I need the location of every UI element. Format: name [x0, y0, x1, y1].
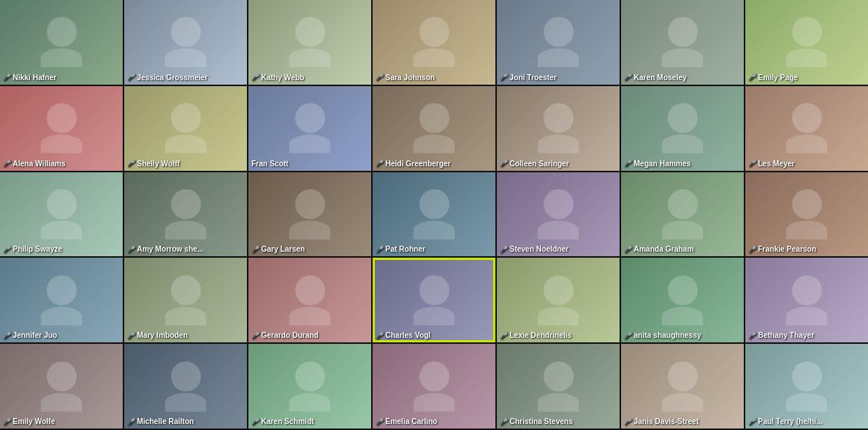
muted-icon: 🎤 [3, 160, 10, 167]
participant-label: 🎤 Emily Page [748, 73, 798, 82]
participant-label: 🎤 Les Meyer [748, 160, 795, 168]
tile-amy-morrow[interactable]: 🎤 Amy Morrow she... [124, 172, 247, 257]
participant-label: 🎤 Joni Troester [500, 73, 557, 82]
participant-label: 🎤 Colleen Saringer [500, 160, 569, 168]
participant-label: 🎤 Gerardo Durand [251, 331, 319, 339]
tile-amanda-graham[interactable]: 🎤 Amanda Graham [621, 172, 744, 257]
muted-icon: 🎤 [624, 332, 632, 339]
muted-icon: 🎤 [376, 73, 383, 81]
muted-icon: 🎤 [500, 332, 507, 339]
muted-icon: 🎤 [376, 246, 383, 253]
tile-charles-vogl[interactable]: 🎤 Charles Vogl [373, 258, 495, 342]
tile-alena-williams[interactable]: 🎤 Alena Williams [0, 86, 123, 171]
tile-bethany-thayer[interactable]: 🎤 Bethany Thayer [745, 258, 868, 342]
muted-icon: 🎤 [3, 332, 10, 339]
tile-steven-noeldner[interactable]: 🎤 Steven Noeldner [497, 172, 620, 257]
muted-icon: 🎤 [748, 73, 756, 81]
participant-label: 🎤 Christina Stevens [500, 417, 572, 426]
muted-icon: 🎤 [500, 418, 507, 426]
muted-icon: 🎤 [251, 73, 259, 81]
participant-label: 🎤 Jennifer Juo [3, 331, 57, 339]
participant-label: 🎤 Heidi Greenberger [376, 160, 450, 168]
muted-icon: 🎤 [624, 160, 632, 167]
participant-label: 🎤 Paul Terry (he/hi... [748, 417, 822, 426]
tile-colleen-saringer[interactable]: 🎤 Colleen Saringer [497, 86, 620, 171]
tile-heidi-greenberger[interactable]: 🎤 Heidi Greenberger [373, 86, 495, 171]
participant-label: 🎤 Karen Moseley [624, 73, 687, 82]
participant-label: 🎤 Emelia Carlino [376, 417, 437, 426]
participant-label: 🎤 Amy Morrow she... [127, 245, 204, 253]
muted-icon: 🎤 [127, 332, 135, 339]
participant-label: 🎤 Frankie Pearson [748, 245, 816, 253]
tile-karen-schmidt[interactable]: 🎤 Karen Schmidt [248, 344, 371, 429]
muted-icon: 🎤 [127, 160, 135, 167]
participant-label: 🎤 Pat Rohner [376, 245, 425, 253]
muted-icon: 🎤 [500, 246, 507, 253]
tile-lexie-dendrinelis[interactable]: 🎤 Lexie Dendrinelis [497, 258, 620, 342]
tile-philip-swayze[interactable]: 🎤 Philip Swayze [0, 172, 123, 257]
tile-sara-johnson[interactable]: 🎤 Sara Johnson [373, 0, 495, 85]
tile-les-meyer[interactable]: 🎤 Les Meyer [745, 86, 868, 171]
participant-label: 🎤 Emily Wolfe [3, 417, 55, 426]
participant-label: 🎤 Philip Swayze [3, 245, 62, 253]
tile-gary-larsen[interactable]: 🎤 Gary Larsen [248, 172, 371, 257]
tile-emelia-carlino[interactable]: 🎤 Emelia Carlino [373, 344, 495, 429]
participant-label: 🎤 Jessica Grossmeier [127, 73, 208, 82]
participant-label: 🎤 Bethany Thayer [748, 331, 814, 339]
muted-icon: 🎤 [500, 73, 507, 81]
tile-emily-wolfe[interactable]: 🎤 Emily Wolfe [0, 344, 123, 429]
muted-icon: 🎤 [748, 160, 756, 167]
tile-jennifer-juo[interactable]: 🎤 Jennifer Juo [0, 258, 123, 342]
muted-icon: 🎤 [251, 418, 259, 426]
video-grid: 🎤 Nikki Hafner 🎤 Jessica Grossmeier 🎤 Ka… [0, 0, 868, 430]
muted-icon: 🎤 [748, 418, 756, 426]
tile-gerardo-durand[interactable]: 🎤 Gerardo Durand [248, 258, 371, 342]
tile-jessica-grossmeier[interactable]: 🎤 Jessica Grossmeier [124, 0, 247, 85]
tile-christina-stevens[interactable]: 🎤 Christina Stevens [497, 344, 620, 429]
participant-label: 🎤 Kathy Webb [251, 73, 305, 82]
muted-icon: 🎤 [624, 246, 632, 253]
muted-icon: 🎤 [3, 73, 10, 81]
participant-label: 🎤 Steven Noeldner [500, 245, 569, 253]
tile-mary-imboden[interactable]: 🎤 Mary Imboden [124, 258, 247, 342]
muted-icon: 🎤 [127, 418, 135, 426]
muted-icon: 🎤 [624, 73, 632, 81]
tile-pat-rohner[interactable]: 🎤 Pat Rohner [373, 172, 495, 257]
tile-nikki-hafner[interactable]: 🎤 Nikki Hafner [0, 0, 123, 85]
muted-icon: 🎤 [3, 418, 10, 426]
tile-frankie-pearson[interactable]: 🎤 Frankie Pearson [745, 172, 868, 257]
participant-label: Fran Scott [251, 160, 288, 168]
muted-icon: 🎤 [127, 73, 135, 81]
participant-label: 🎤 Sara Johnson [376, 73, 435, 82]
muted-icon: 🎤 [251, 332, 259, 339]
participant-label: 🎤 Karen Schmidt [251, 417, 314, 426]
participant-label: 🎤 Nikki Hafner [3, 73, 56, 82]
participant-label: 🎤 Shelly Wolff [127, 160, 180, 168]
muted-icon: 🎤 [376, 332, 383, 339]
tile-kathy-webb[interactable]: 🎤 Kathy Webb [248, 0, 371, 85]
tile-fran-scott[interactable]: Fran Scott [248, 86, 371, 171]
tile-paul-terry[interactable]: 🎤 Paul Terry (he/hi... [745, 344, 868, 429]
tile-michelle-railton[interactable]: 🎤 Michelle Railton [124, 344, 247, 429]
participant-label: 🎤 Megan Hammes [624, 160, 691, 168]
participant-label: 🎤 Charles Vogl [376, 331, 430, 339]
participant-label: 🎤 Janis Davis-Street [624, 417, 699, 426]
tile-janis-davis-street[interactable]: 🎤 Janis Davis-Street [621, 344, 744, 429]
participant-label: 🎤 Mary Imboden [127, 331, 188, 339]
muted-icon: 🎤 [748, 246, 756, 253]
tile-megan-hammes[interactable]: 🎤 Megan Hammes [621, 86, 744, 171]
tile-shelly-wolff[interactable]: 🎤 Shelly Wolff [124, 86, 247, 171]
muted-icon: 🎤 [127, 246, 135, 253]
tile-anita-shaughnessy[interactable]: 🎤 anita shaughnessy [621, 258, 744, 342]
tile-karen-moseley[interactable]: 🎤 Karen Moseley [621, 0, 744, 85]
participant-label: 🎤 Gary Larsen [251, 245, 305, 253]
muted-icon: 🎤 [3, 246, 10, 253]
participant-label: 🎤 Alena Williams [3, 160, 66, 168]
participant-label: 🎤 Michelle Railton [127, 417, 194, 426]
muted-icon: 🎤 [376, 418, 383, 426]
participant-label: 🎤 Lexie Dendrinelis [500, 331, 572, 339]
muted-icon: 🎤 [748, 332, 756, 339]
tile-joni-troester[interactable]: 🎤 Joni Troester [497, 0, 620, 85]
tile-emily-page[interactable]: 🎤 Emily Page [745, 0, 868, 85]
muted-icon: 🎤 [251, 246, 259, 253]
